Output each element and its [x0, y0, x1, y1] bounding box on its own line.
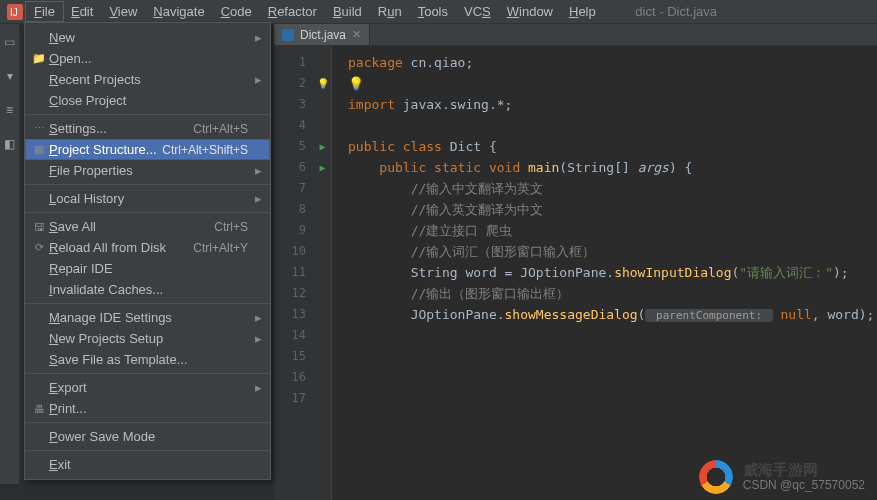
menu-item-close-project[interactable]: Close Project	[25, 90, 270, 111]
watermark-big: 威海手游网	[743, 462, 818, 479]
menu-window[interactable]: Window	[499, 2, 561, 21]
menu-item-recent-projects[interactable]: Recent Projects▸	[25, 69, 270, 90]
tool-strip: ▭ ▾ ≡ ◧	[0, 24, 20, 484]
marks-gutter: 💡▶▶	[314, 46, 332, 500]
menu-edit[interactable]: Edit	[63, 2, 101, 21]
menu-tools[interactable]: Tools	[410, 2, 456, 21]
menu-navigate[interactable]: Navigate	[145, 2, 212, 21]
menu-item-settings[interactable]: ⋯Settings...Ctrl+Alt+S	[25, 118, 270, 139]
menu-item-power-save-mode[interactable]: Power Save Mode	[25, 426, 270, 447]
menu-view[interactable]: View	[101, 2, 145, 21]
tab-dict-java[interactable]: Dict.java ✕	[274, 24, 370, 45]
java-file-icon	[282, 29, 294, 41]
menu-help[interactable]: Help	[561, 2, 604, 21]
structure-tool-icon[interactable]: ≡	[2, 102, 18, 118]
menu-file[interactable]: File	[26, 2, 63, 21]
menu-item-save-file-as-template[interactable]: Save File as Template...	[25, 349, 270, 370]
menu-item-file-properties[interactable]: File Properties▸	[25, 160, 270, 181]
window-title: dict - Dict.java	[635, 4, 877, 19]
close-tab-icon[interactable]: ✕	[352, 28, 361, 41]
menu-item-save-all[interactable]: 🖫Save AllCtrl+S	[25, 216, 270, 237]
menu-build[interactable]: Build	[325, 2, 370, 21]
app-icon: IJ	[4, 1, 26, 23]
menu-item-project-structure[interactable]: ▦Project Structure...Ctrl+Alt+Shift+S	[25, 139, 270, 160]
watermark-small: CSDN @qc_57570052	[743, 479, 865, 492]
editor-tabs: Dict.java ✕	[274, 24, 877, 46]
menu-item-open[interactable]: 📁Open...	[25, 48, 270, 69]
watermark: 威海手游网 CSDN @qc_57570052	[699, 460, 865, 494]
menu-item-export[interactable]: Export▸	[25, 377, 270, 398]
menu-item-exit[interactable]: Exit	[25, 454, 270, 475]
menu-refactor[interactable]: Refactor	[260, 2, 325, 21]
menu-item-reload-all-from-disk[interactable]: ⟳Reload All from DiskCtrl+Alt+Y	[25, 237, 270, 258]
folder-tool-icon[interactable]: ▾	[2, 68, 18, 84]
menu-vcs[interactable]: VCS	[456, 2, 499, 21]
project-tool-icon[interactable]: ▭	[2, 34, 18, 50]
menu-item-print[interactable]: 🖶Print...	[25, 398, 270, 419]
menu-run[interactable]: Run	[370, 2, 410, 21]
bookmark-tool-icon[interactable]: ◧	[2, 136, 18, 152]
code-editor[interactable]: 1234567891011121314151617 💡▶▶ package cn…	[274, 46, 877, 500]
menu-item-manage-ide-settings[interactable]: Manage IDE Settings▸	[25, 307, 270, 328]
menu-item-new[interactable]: New▸	[25, 27, 270, 48]
file-menu-dropdown: New▸📁Open...Recent Projects▸Close Projec…	[24, 22, 271, 480]
tab-label: Dict.java	[300, 28, 346, 42]
code-area[interactable]: package cn.qiao; 💡 import javax.swing.*;…	[332, 46, 874, 500]
menu-code[interactable]: Code	[213, 2, 260, 21]
menu-item-repair-ide[interactable]: Repair IDE	[25, 258, 270, 279]
logo-icon	[699, 460, 733, 494]
menu-item-local-history[interactable]: Local History▸	[25, 188, 270, 209]
menu-item-new-projects-setup[interactable]: New Projects Setup▸	[25, 328, 270, 349]
line-number-gutter: 1234567891011121314151617	[274, 46, 314, 500]
menubar: IJ File Edit View Navigate Code Refactor…	[0, 0, 877, 24]
menu-item-invalidate-caches[interactable]: Invalidate Caches...	[25, 279, 270, 300]
svg-text:IJ: IJ	[10, 7, 18, 18]
